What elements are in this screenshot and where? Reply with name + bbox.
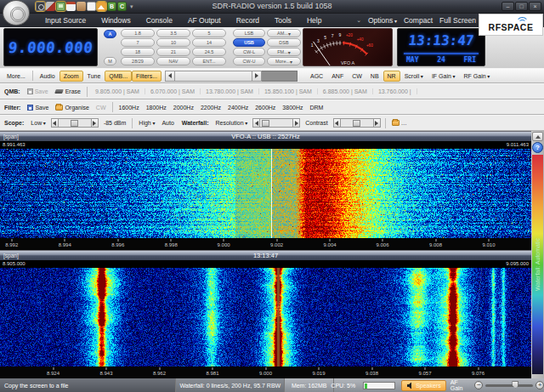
minimize-button[interactable]: – bbox=[502, 2, 514, 11]
qmb-memory-5[interactable]: 6.885.000 | SAM bbox=[318, 88, 373, 94]
qat-document-icon[interactable] bbox=[87, 2, 96, 11]
menu-record[interactable]: Record bbox=[229, 14, 267, 27]
slider-right-icon[interactable] bbox=[373, 118, 381, 128]
menu-af-output[interactable]: AF Output bbox=[180, 14, 229, 27]
zoom-button[interactable]: Zoom bbox=[60, 71, 83, 82]
qmb-button[interactable]: QMB... bbox=[105, 71, 132, 82]
filter-2200hz-button[interactable]: 2200Hz bbox=[197, 104, 224, 111]
mode-fm-button[interactable]: FM... bbox=[267, 48, 301, 56]
audio-button[interactable]: Audio bbox=[36, 71, 60, 82]
band-14-button[interactable]: 14 bbox=[192, 38, 226, 47]
qat-tools-icon[interactable] bbox=[46, 2, 55, 11]
qat-b-icon[interactable]: B bbox=[107, 2, 116, 11]
filter-2400hz-button[interactable]: 2400Hz bbox=[224, 104, 252, 111]
slider-left-icon[interactable] bbox=[51, 118, 59, 128]
slider-left-icon[interactable] bbox=[252, 118, 260, 128]
rf-gain-dropdown[interactable]: RF Gain bbox=[460, 71, 495, 82]
slider-thumb[interactable] bbox=[353, 120, 360, 127]
mode-am-button[interactable]: AM... bbox=[267, 29, 301, 37]
filter-2600hz-button[interactable]: 2600Hz bbox=[252, 104, 279, 111]
slider-thumb[interactable] bbox=[71, 120, 78, 127]
agc-button[interactable]: AGC bbox=[306, 71, 327, 82]
nb-button[interactable]: NB bbox=[366, 71, 383, 82]
scroll-right-icon[interactable] bbox=[252, 71, 262, 82]
chevron-down-icon[interactable]: ⌄ bbox=[356, 17, 361, 24]
qat-calendar-icon[interactable] bbox=[66, 2, 76, 11]
mode-lsb-button[interactable]: LSB bbox=[233, 29, 265, 37]
options-menu[interactable]: Options bbox=[368, 16, 397, 25]
scrollbar-thumb[interactable] bbox=[175, 71, 252, 82]
resolution-slider[interactable] bbox=[252, 118, 300, 128]
slider-right-icon[interactable] bbox=[91, 118, 99, 128]
filter-1800hz-button[interactable]: 1800Hz bbox=[143, 104, 170, 111]
qmb-erase-button[interactable]: Erase bbox=[52, 88, 84, 95]
tuning-scrollbar[interactable] bbox=[165, 71, 298, 82]
scope-options-button[interactable]: … bbox=[388, 119, 411, 127]
tune-button[interactable]: Tune bbox=[83, 71, 105, 82]
filter-1600hz-button[interactable]: 1600Hz bbox=[116, 104, 143, 111]
qat-contacts-icon[interactable] bbox=[76, 2, 86, 11]
close-button[interactable]: × bbox=[529, 2, 541, 11]
slider-right-icon[interactable] bbox=[292, 118, 300, 128]
mode-usb-button[interactable]: USB bbox=[233, 38, 265, 47]
band-24.5-button[interactable]: 24.5 bbox=[192, 48, 226, 56]
qmb-memory-1[interactable]: 9.805.000 | SAM bbox=[90, 88, 145, 94]
band-3.5-button[interactable]: 3.5 bbox=[156, 29, 190, 37]
panel1-header[interactable]: [span] VFO-A :: USB :: 2527Hz bbox=[0, 131, 531, 141]
qat-c-icon[interactable]: C bbox=[117, 2, 127, 11]
volume-up-icon[interactable]: + bbox=[536, 381, 544, 389]
if-gain-dropdown[interactable]: IF Gain bbox=[428, 71, 460, 82]
nr-button[interactable]: NR bbox=[383, 71, 400, 82]
spectrum-waterfall-2[interactable] bbox=[0, 268, 531, 366]
scope-high-dropdown[interactable]: High bbox=[135, 119, 158, 127]
slider-thumb[interactable] bbox=[262, 120, 269, 127]
menu-tools[interactable]: Tools bbox=[267, 14, 299, 27]
help-icon[interactable] bbox=[532, 142, 543, 153]
app-orb-icon[interactable] bbox=[3, 0, 30, 26]
scroll-up-icon[interactable] bbox=[532, 132, 543, 141]
compact-button[interactable]: Compact bbox=[404, 16, 433, 25]
slider-left-icon[interactable] bbox=[333, 118, 341, 128]
scope-auto-button[interactable]: Auto bbox=[158, 119, 177, 127]
memory-button[interactable]: M bbox=[104, 57, 116, 65]
anf-button[interactable]: ANF bbox=[327, 71, 348, 82]
more-button[interactable]: More... bbox=[3, 71, 30, 82]
filter-cw-button[interactable]: CW bbox=[93, 104, 110, 111]
qmb-memory-4[interactable]: 15.850.100 | SAM bbox=[259, 88, 318, 94]
waterfall-resolution-dropdown[interactable]: Resolution bbox=[212, 119, 251, 127]
speakers-button[interactable]: Speakers bbox=[401, 380, 446, 391]
contrast-slider[interactable] bbox=[333, 118, 381, 128]
qmb-save-button[interactable]: Save bbox=[24, 88, 52, 95]
vfo-a-button[interactable]: A bbox=[104, 30, 116, 38]
panel2-header[interactable]: [span] 13:13:47 bbox=[0, 250, 531, 260]
scroll-dropdown[interactable]: Scroll bbox=[400, 71, 428, 82]
nav-button[interactable]: NAV bbox=[156, 57, 190, 65]
volume-down-icon[interactable]: − bbox=[474, 381, 483, 389]
qmb-memory-3[interactable]: 13.780.000 | SAM bbox=[201, 88, 259, 94]
qat-home-icon[interactable] bbox=[97, 2, 106, 11]
band-1.8-button[interactable]: 1.8 bbox=[121, 29, 155, 37]
band-10-button[interactable]: 10 bbox=[156, 38, 190, 47]
qat-overflow-icon[interactable]: ▾ bbox=[130, 3, 133, 10]
filter-3800hz-button[interactable]: 3800Hz bbox=[279, 104, 306, 111]
restore-button[interactable]: □ bbox=[515, 2, 528, 11]
filter-organise-button[interactable]: Organise bbox=[52, 104, 92, 111]
qat-clock-icon[interactable] bbox=[36, 2, 45, 11]
filter-drm-button[interactable]: DRM bbox=[306, 104, 326, 111]
filter-save-button[interactable]: Save bbox=[24, 104, 52, 111]
filters-button[interactable]: Filters... bbox=[132, 71, 162, 82]
mode-dsb-button[interactable]: DSB bbox=[267, 38, 301, 47]
mode-more-button[interactable]: More... bbox=[267, 57, 301, 65]
band-5-button[interactable]: 5 bbox=[192, 29, 226, 37]
band-18-button[interactable]: 18 bbox=[121, 48, 155, 56]
band-21-button[interactable]: 21 bbox=[156, 48, 190, 56]
af-gain-thumb[interactable] bbox=[512, 381, 518, 389]
spectrum-waterfall-1[interactable] bbox=[0, 149, 531, 238]
scroll-left-icon[interactable] bbox=[165, 71, 175, 82]
af-gain-slider[interactable] bbox=[485, 384, 533, 387]
filter-2000hz-button[interactable]: 2000Hz bbox=[170, 104, 197, 111]
mode-cwl-button[interactable]: CW-L bbox=[233, 48, 265, 56]
qmb-memory-6[interactable]: 13.760.000 | bbox=[373, 88, 417, 94]
menu-input-source[interactable]: Input Source bbox=[37, 14, 94, 27]
qmb-memory-2[interactable]: 6.070.000 | SAM bbox=[145, 88, 201, 94]
